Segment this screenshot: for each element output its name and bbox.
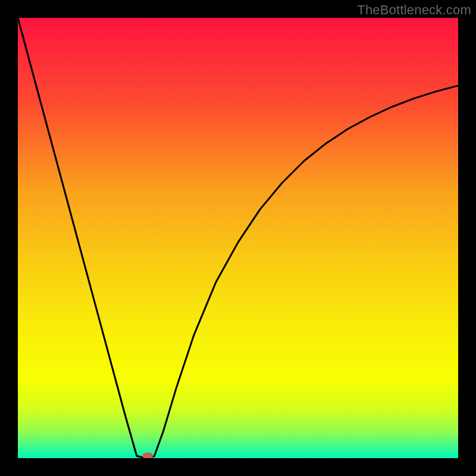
bottleneck-curve [18,18,458,458]
chart-plot-area [18,18,458,458]
watermark-text: TheBottleneck.com [357,2,471,18]
minimum-marker [142,452,153,458]
chart-frame [18,18,458,458]
